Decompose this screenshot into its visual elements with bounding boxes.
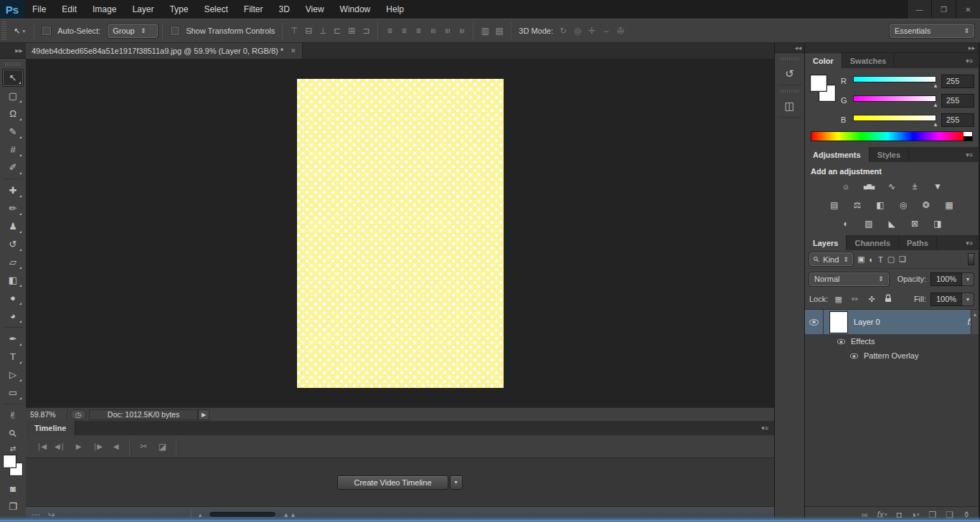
posterize-icon[interactable]: ▨ (861, 217, 877, 229)
gradient-map-icon[interactable]: ⊠ (907, 217, 923, 229)
menu-3d[interactable]: 3D (270, 0, 297, 19)
zoom-level-field[interactable]: 59.87% (26, 408, 67, 421)
black-white-icon[interactable]: ◧ (872, 199, 889, 211)
distribute-left-edges-icon[interactable]: ≡ (428, 28, 438, 33)
shape-tool[interactable]: ▭ (2, 384, 24, 402)
menu-file[interactable]: File (24, 0, 54, 19)
tab-styles[interactable]: Styles (870, 147, 909, 162)
history-panel-button[interactable]: ↺ (778, 62, 802, 85)
fill-value[interactable]: 100% (930, 293, 962, 306)
timeline-panel-menu-icon[interactable]: ▾≡ (755, 421, 774, 435)
previous-frame-button[interactable]: ◀❘ (50, 438, 69, 455)
transition-icon[interactable]: ◪ (153, 438, 171, 455)
options-bar-grip[interactable] (1, 22, 6, 40)
filter-adjustment-layers-icon[interactable]: ◐ (869, 255, 874, 264)
lock-all-icon[interactable] (882, 294, 894, 304)
layer-thumbnail[interactable] (830, 312, 847, 333)
blur-tool[interactable]: ● (2, 289, 24, 307)
menu-layer[interactable]: Layer (124, 0, 161, 19)
canvas-pasteboard[interactable] (26, 59, 774, 407)
3d-scale-icon[interactable]: ✇ (613, 23, 628, 39)
layer-row-layer0[interactable]: Layer 0 fx ▲ (805, 310, 979, 334)
distribute-horizontal-spacing-icon[interactable]: ▤ (492, 23, 507, 39)
slider-thumb-icon[interactable]: ▲ (933, 102, 938, 108)
document-tab[interactable]: 49deb4dcbed65e84a51e1917f38511a9.jpg @ 5… (26, 43, 303, 59)
filter-kind-dropdown[interactable]: ⚲ Kind ⇕ (809, 252, 853, 266)
zoom-in-timeline-icon[interactable]: ▲▲ (283, 511, 297, 518)
eyedropper-tool[interactable]: ✐ (2, 158, 24, 176)
go-to-first-frame-button[interactable]: ❘◀ (32, 438, 50, 455)
eye-icon[interactable] (837, 338, 845, 344)
menu-select[interactable]: Select (196, 0, 235, 19)
dodge-tool[interactable]: ◕ (2, 307, 24, 325)
distribute-vertical-spacing-icon[interactable]: ▥ (478, 23, 492, 39)
menu-image[interactable]: Image (85, 0, 124, 19)
channel-mixer-icon[interactable]: ❂ (918, 199, 935, 211)
green-slider[interactable]: ▲ (853, 95, 936, 102)
photo-filter-icon[interactable]: ◎ (895, 199, 912, 211)
black-white-caps[interactable] (963, 132, 972, 141)
brush-tool[interactable]: ✏ (2, 199, 24, 217)
tab-layers[interactable]: Layers (805, 235, 847, 250)
align-vertical-centers-icon[interactable]: ⊟ (301, 23, 316, 39)
scrollbar-up-arrow[interactable]: ▲ (971, 310, 979, 334)
move-tool[interactable]: ↖ (2, 69, 24, 87)
show-transform-checkbox[interactable] (171, 27, 179, 35)
align-right-edges-icon[interactable]: ⊐ (359, 23, 373, 39)
create-video-timeline-button[interactable]: Create Video Timeline (337, 475, 448, 490)
blend-mode-dropdown[interactable]: Normal ⇕ (809, 272, 889, 286)
lock-paint-icon[interactable]: ✏ (849, 295, 861, 304)
pattern-overlay-row[interactable]: Pattern Overlay (805, 348, 979, 363)
filter-shape-layers-icon[interactable]: ▢ (887, 255, 895, 264)
layers-panel-menu-icon[interactable]: ▾≡ (960, 235, 979, 250)
menu-edit[interactable]: Edit (54, 0, 85, 19)
gradient-tool[interactable]: ◧ (2, 271, 24, 289)
quick-mask-button[interactable]: ◙ (2, 480, 24, 498)
red-value-field[interactable]: 255 (941, 75, 974, 88)
tab-adjustments[interactable]: Adjustments (805, 147, 870, 162)
levels-icon[interactable]: ▄▆▄ (861, 180, 877, 192)
distribute-right-edges-icon[interactable]: ≡ (456, 28, 466, 33)
layer-name[interactable]: Layer 0 (854, 318, 880, 326)
distribute-top-edges-icon[interactable]: ≡ (382, 23, 397, 39)
convert-frames-icon[interactable]: ▫▫▫ (32, 511, 41, 518)
crop-tool[interactable]: # (2, 141, 24, 158)
color-lookup-icon[interactable]: ▦ (941, 199, 958, 211)
menu-view[interactable]: View (298, 0, 332, 19)
3d-slide-icon[interactable]: ⇔ (599, 23, 613, 39)
timeline-tab[interactable]: Timeline (26, 421, 75, 435)
clone-stamp-tool[interactable]: ♟ (2, 217, 24, 235)
3d-rotate-icon[interactable]: ↻ (556, 23, 570, 39)
invert-icon[interactable]: ◐ (838, 217, 854, 229)
screen-mode-button[interactable]: ❐ (2, 498, 24, 516)
auto-select-target-dropdown[interactable]: Group ⇕ (108, 24, 158, 38)
blue-value-field[interactable]: 255 (941, 113, 974, 127)
add-layer-mask-icon[interactable]: ◘ (896, 510, 901, 520)
color-spectrum-bar[interactable] (811, 131, 973, 141)
vibrance-icon[interactable]: ▼ (930, 180, 946, 192)
opacity-dropdown-icon[interactable]: ▾ (962, 272, 974, 286)
visibility-toggle[interactable] (805, 310, 824, 334)
slider-thumb-icon[interactable]: ▲ (933, 82, 938, 89)
dock-expand-button[interactable]: ◀◀ (775, 43, 804, 53)
delete-layer-icon[interactable]: ⚱ (963, 510, 970, 520)
dock-grip[interactable] (781, 90, 799, 92)
curves-icon[interactable]: ∿ (884, 180, 900, 192)
fill-dropdown-icon[interactable]: ▾ (962, 293, 974, 306)
lock-position-icon[interactable]: ✜ (865, 295, 877, 304)
distribute-vertical-centers-icon[interactable]: ≡ (397, 23, 411, 39)
selective-color-icon[interactable]: ◨ (930, 217, 946, 229)
new-layer-icon[interactable]: ❑ (946, 510, 953, 520)
minimize-button[interactable]: — (907, 0, 931, 19)
3d-roll-icon[interactable]: ◎ (570, 23, 585, 39)
timeline-zoom-slider[interactable] (209, 512, 275, 517)
eraser-tool[interactable]: ▱ (2, 253, 24, 271)
play-button[interactable]: ▶ (69, 438, 88, 455)
filter-type-layers-icon[interactable]: T (878, 255, 883, 264)
split-clip-icon[interactable]: ✂ (134, 438, 153, 455)
brightness-contrast-icon[interactable]: ☼ (838, 180, 854, 192)
menu-help[interactable]: Help (378, 0, 412, 19)
green-value-field[interactable]: 255 (941, 94, 974, 108)
new-group-icon[interactable]: ❒ (928, 510, 936, 520)
properties-panel-button[interactable]: ◫ (778, 95, 802, 118)
